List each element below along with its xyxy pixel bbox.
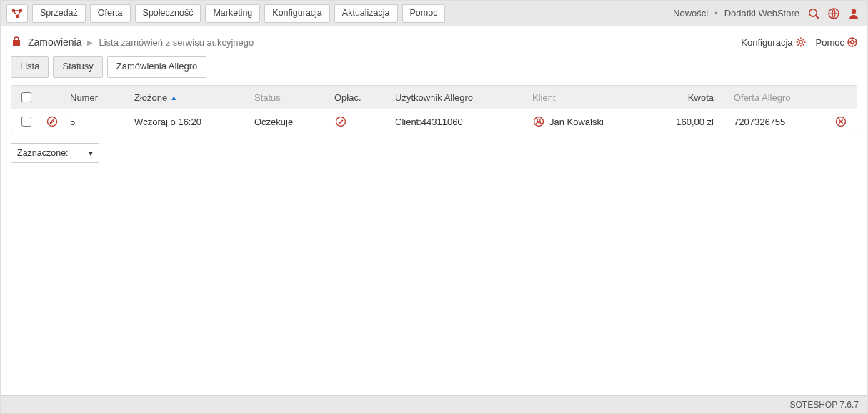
bulk-select-label: Zaznaczone: <box>17 148 69 158</box>
tabs: Lista Statusy Zamówienia Allegro <box>11 56 857 78</box>
nav-help[interactable]: Pomoc <box>402 4 446 23</box>
paid-check-icon <box>334 115 347 128</box>
svg-line-13 <box>802 44 804 46</box>
row-placed: Wczoraj o 16:20 <box>129 117 249 127</box>
edit-icon[interactable] <box>46 115 59 128</box>
svg-point-22 <box>48 117 57 127</box>
orders-table: Numer Złożone ▲ Status Opłac. Użytkownik… <box>11 85 857 134</box>
delete-icon[interactable] <box>834 115 847 128</box>
select-all-checkbox[interactable] <box>21 92 31 102</box>
svg-line-4 <box>816 16 819 19</box>
header-placed-label: Złożone <box>134 92 167 103</box>
topbar-news-link[interactable]: Nowości <box>673 8 708 19</box>
svg-point-17 <box>851 41 854 44</box>
chevron-down-icon: ▼ <box>87 149 94 157</box>
nav-update[interactable]: Aktualizacja <box>334 4 398 23</box>
footer: SOTESHOP 7.6.7 <box>1 395 867 413</box>
breadcrumb: Zamowienia ▶ Lista zamówień z serwisu au… <box>11 34 857 51</box>
nav-sales[interactable]: Sprzedaż <box>32 4 86 23</box>
nav-marketing[interactable]: Marketing <box>205 4 260 23</box>
header-placed[interactable]: Złożone ▲ <box>129 92 249 103</box>
row-allegro-user: Client:44311060 <box>389 117 527 127</box>
globe-icon[interactable] <box>826 6 842 21</box>
chevron-right-icon: ▶ <box>87 39 93 46</box>
topbar-separator: • <box>714 8 718 19</box>
header-amount[interactable]: Kwota <box>655 92 719 103</box>
topbar: Sprzedaż Oferta Społeczność Marketing Ko… <box>1 1 867 26</box>
client-icon <box>532 115 545 128</box>
page-help-link[interactable]: Pomoc <box>816 37 857 48</box>
svg-line-14 <box>802 39 804 40</box>
content-area: Zamowienia ▶ Lista zamówień z serwisu au… <box>1 26 867 395</box>
header-number[interactable]: Numer <box>64 92 129 103</box>
header-client[interactable]: Klient <box>527 92 655 103</box>
row-number: 5 <box>64 117 129 127</box>
header-allegro-user[interactable]: Użytkownik Allegro <box>389 92 527 103</box>
row-checkbox[interactable] <box>21 117 31 127</box>
tab-statuses[interactable]: Statusy <box>53 56 102 78</box>
tab-allegro-orders[interactable]: Zamówienia Allegro <box>107 56 206 78</box>
orders-icon <box>11 36 22 48</box>
svg-line-12 <box>797 39 799 40</box>
nav-configuration[interactable]: Konfiguracja <box>264 4 330 23</box>
table-row: 5 Wczoraj o 16:20 Oczekuje Client:443110… <box>11 109 857 134</box>
page-config-label: Konfiguracja <box>741 37 792 48</box>
gear-icon <box>796 37 806 47</box>
search-icon[interactable] <box>806 6 822 21</box>
sort-asc-icon: ▲ <box>170 94 177 102</box>
header-paid[interactable]: Opłac. <box>329 92 389 103</box>
svg-point-25 <box>537 119 540 122</box>
breadcrumb-main[interactable]: Zamowienia <box>28 36 81 48</box>
row-status: Oczekuje <box>249 117 329 127</box>
header-offer[interactable]: Oferta Allegro <box>719 92 825 103</box>
row-client-name[interactable]: Jan Kowalski <box>549 117 604 127</box>
page-config-link[interactable]: Konfiguracja <box>741 37 805 48</box>
svg-line-15 <box>797 44 799 46</box>
help-icon <box>847 37 857 47</box>
page-help-label: Pomoc <box>816 37 844 48</box>
row-amount: 160,00 zł <box>655 117 719 127</box>
breadcrumb-sub: Lista zamówień z serwisu aukcyjnego <box>99 37 254 48</box>
tab-list[interactable]: Lista <box>11 56 49 78</box>
bulk-actions: Zaznaczone: ▼ <box>11 143 857 163</box>
brand-logo[interactable] <box>6 4 28 23</box>
footer-version: SOTESHOP 7.6.7 <box>790 400 859 410</box>
bulk-select[interactable]: Zaznaczone: ▼ <box>11 143 99 163</box>
user-icon[interactable] <box>846 6 862 21</box>
svg-point-6 <box>852 9 856 13</box>
nav-offer[interactable]: Oferta <box>90 4 131 23</box>
nav-community[interactable]: Społeczność <box>135 4 201 23</box>
header-status[interactable]: Status <box>249 92 329 103</box>
table-header: Numer Złożone ▲ Status Opłac. Użytkownik… <box>11 86 857 109</box>
topbar-addons-link[interactable]: Dodatki WebStore <box>724 8 799 19</box>
row-offer[interactable]: 7207326755 <box>719 117 825 127</box>
svg-point-7 <box>799 41 802 44</box>
